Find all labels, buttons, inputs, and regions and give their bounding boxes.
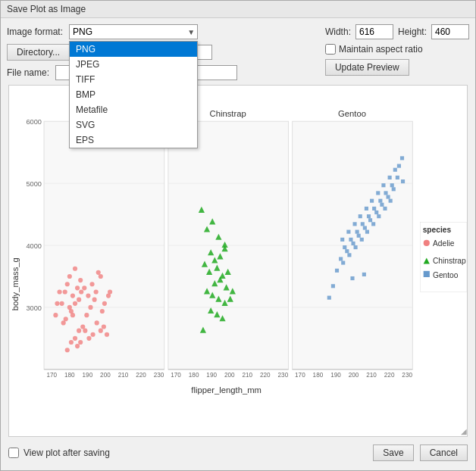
svg-point-48 [75, 285, 80, 290]
svg-text:220: 220 [260, 372, 271, 379]
svg-rect-130 [372, 207, 376, 211]
svg-point-85 [99, 329, 103, 333]
svg-rect-144 [392, 187, 396, 191]
svg-rect-136 [345, 249, 349, 253]
svg-text:230: 230 [278, 372, 289, 379]
svg-rect-122 [381, 183, 385, 187]
svg-point-71 [90, 332, 95, 337]
svg-point-63 [82, 285, 86, 290]
svg-rect-135 [339, 257, 343, 260]
svg-text:190: 190 [206, 372, 217, 379]
svg-point-42 [60, 301, 64, 306]
svg-rect-158 [400, 156, 404, 160]
svg-rect-133 [390, 183, 394, 187]
svg-text:6000: 6000 [27, 118, 42, 126]
svg-point-65 [89, 282, 94, 286]
view-plot-label: View plot after saving [23, 448, 110, 458]
width-input[interactable] [355, 24, 393, 39]
svg-point-64 [86, 293, 90, 298]
update-preview-button[interactable]: Update Preview [325, 59, 409, 76]
title-bar: Save Plot as Image [1, 1, 475, 18]
svg-rect-121 [376, 191, 380, 195]
save-plot-window: Save Plot as Image Image format: PNG ▼ P… [0, 0, 476, 471]
svg-point-53 [61, 320, 66, 325]
svg-text:170: 170 [171, 372, 181, 379]
svg-rect-126 [349, 238, 352, 242]
svg-point-61 [92, 298, 97, 302]
height-label: Height: [398, 27, 427, 37]
svg-text:200: 200 [349, 372, 359, 379]
svg-point-55 [69, 309, 74, 313]
svg-text:Gentoo: Gentoo [338, 109, 366, 118]
format-select[interactable]: PNG [69, 24, 198, 39]
svg-point-59 [84, 313, 89, 317]
svg-point-82 [57, 289, 61, 294]
cancel-button[interactable]: Cancel [420, 444, 468, 461]
svg-point-76 [69, 340, 74, 345]
svg-rect-125 [343, 245, 346, 249]
svg-text:200: 200 [224, 372, 235, 379]
resize-handle-icon[interactable]: ◢ [458, 427, 467, 436]
svg-point-58 [80, 324, 85, 329]
svg-point-79 [102, 301, 107, 306]
svg-point-60 [88, 305, 92, 310]
maintain-aspect-label: Maintain aspect ratio [339, 44, 423, 55]
svg-text:170: 170 [295, 372, 305, 379]
svg-rect-139 [363, 226, 367, 229]
svg-point-62 [79, 289, 83, 294]
svg-point-87 [105, 332, 109, 337]
y-axis-label: body_mass_g [11, 257, 20, 310]
svg-point-75 [65, 348, 70, 352]
svg-point-68 [99, 274, 103, 279]
svg-text:200: 200 [100, 372, 111, 379]
window-title: Save Plot as Image [7, 4, 86, 14]
svg-rect-153 [383, 207, 387, 211]
view-plot-checkbox[interactable] [8, 448, 19, 458]
svg-rect-143 [387, 195, 390, 198]
svg-rect-140 [368, 218, 372, 222]
svg-rect-147 [347, 253, 351, 257]
maintain-aspect-checkbox[interactable] [325, 44, 336, 55]
svg-point-86 [102, 324, 106, 329]
format-dropdown[interactable]: PNG JPEG TIFF BMP Metafile SVG EPS [69, 41, 198, 148]
svg-point-84 [53, 313, 58, 317]
svg-rect-123 [388, 176, 392, 179]
svg-text:210: 210 [366, 372, 377, 379]
svg-rect-115 [340, 238, 344, 242]
svg-point-72 [95, 320, 99, 325]
format-option-eps[interactable]: EPS [70, 133, 197, 148]
svg-point-67 [96, 270, 101, 275]
svg-text:220: 220 [384, 372, 395, 379]
svg-rect-129 [367, 214, 371, 218]
svg-rect-151 [371, 222, 375, 226]
format-select-wrapper[interactable]: PNG ▼ PNG JPEG TIFF BMP Metafile SVG EPS [69, 24, 198, 39]
svg-point-54 [64, 317, 68, 321]
format-option-metafile[interactable]: Metafile [70, 102, 197, 117]
svg-rect-138 [357, 234, 361, 238]
format-option-tiff[interactable]: TIFF [70, 72, 197, 87]
svg-point-57 [77, 329, 81, 333]
svg-rect-141 [374, 211, 378, 214]
svg-rect-118 [359, 214, 362, 218]
svg-rect-132 [384, 191, 387, 195]
svg-rect-168 [424, 271, 430, 277]
svg-text:flipper_length_mm: flipper_length_mm [191, 385, 261, 395]
svg-point-56 [73, 301, 77, 306]
svg-point-49 [77, 298, 81, 302]
svg-point-46 [70, 293, 75, 298]
svg-text:5000: 5000 [27, 180, 42, 188]
height-input[interactable] [431, 24, 469, 39]
format-option-svg[interactable]: SVG [70, 117, 197, 133]
format-option-png[interactable]: PNG [70, 42, 197, 57]
svg-text:3000: 3000 [27, 304, 42, 312]
svg-rect-116 [346, 230, 350, 234]
save-button[interactable]: Save [373, 444, 413, 461]
svg-rect-159 [350, 276, 354, 280]
svg-rect-157 [397, 164, 401, 168]
directory-button[interactable]: Directory... [7, 44, 70, 61]
format-option-bmp[interactable]: BMP [70, 87, 197, 102]
svg-text:220: 220 [136, 372, 146, 379]
format-option-jpeg[interactable]: JPEG [70, 57, 197, 72]
svg-point-70 [86, 336, 91, 341]
svg-point-44 [65, 282, 70, 286]
